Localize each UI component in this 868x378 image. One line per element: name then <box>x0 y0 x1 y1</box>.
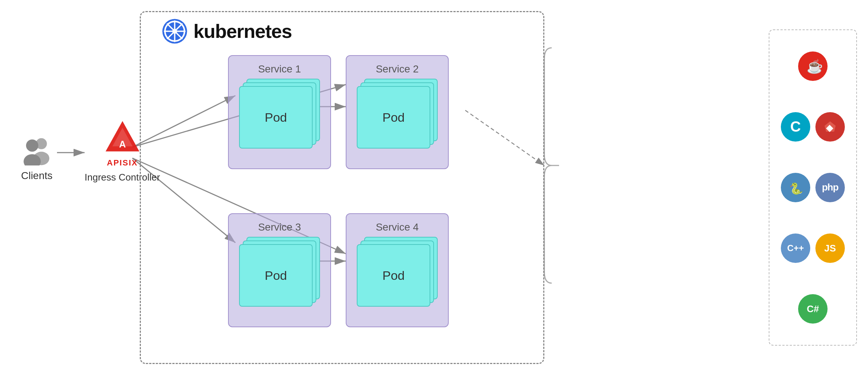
service1-label: Service 1 <box>236 63 323 75</box>
service2-box: Service 2 Pod <box>346 55 449 169</box>
service4-label: Service 4 <box>354 221 441 233</box>
clients-icon <box>18 136 55 165</box>
service3-label: Service 3 <box>236 221 323 233</box>
kubernetes-header: kubernetes <box>162 18 292 44</box>
service3-pod-front: Pod <box>239 244 313 307</box>
python-icon: 🐍 <box>781 173 810 202</box>
js-icon: JS <box>815 233 845 263</box>
clients-label: Clients <box>21 170 53 182</box>
kubernetes-title: kubernetes <box>193 20 292 42</box>
tech-icons-panel: ☕ C ◆ 🐍 php C+ <box>769 29 857 346</box>
service4-box: Service 4 Pod <box>346 213 449 327</box>
svg-text:☕: ☕ <box>807 58 822 74</box>
service1-pod-stack: Pod <box>239 79 320 152</box>
kubernetes-logo-icon <box>162 18 188 44</box>
svg-text:🐍: 🐍 <box>789 182 803 195</box>
service4-pod-front: Pod <box>357 244 430 307</box>
kubernetes-box <box>140 11 544 364</box>
service4-pod-stack: Pod <box>357 237 438 310</box>
diagram-container: Clients A APISIX Ingress Controller <box>0 0 868 378</box>
java-icon: ☕ <box>798 51 828 81</box>
svg-point-13 <box>26 139 38 151</box>
tech-row-java: ☕ <box>798 51 828 81</box>
service3-pod-stack: Pod <box>239 237 320 310</box>
tech-row-csharp: C# <box>798 294 828 324</box>
clients-area: Clients <box>18 136 55 182</box>
svg-point-19 <box>172 29 177 34</box>
service1-pod-front: Pod <box>239 86 313 149</box>
apisix-logo-icon: A <box>102 118 143 158</box>
service2-pod-stack: Pod <box>357 79 438 152</box>
svg-text:◆: ◆ <box>826 123 833 133</box>
csharp-icon: C# <box>798 294 828 324</box>
svg-text:A: A <box>119 139 126 149</box>
service1-box: Service 1 Pod <box>228 55 331 169</box>
apisix-text: APISIX <box>107 158 138 168</box>
tech-row-python-php: 🐍 php <box>781 173 845 202</box>
service2-pod-front: Pod <box>357 86 430 149</box>
service3-box: Service 3 Pod <box>228 213 331 327</box>
tech-row-c-ruby: C ◆ <box>781 112 845 142</box>
ruby-icon: ◆ <box>815 112 845 142</box>
php-icon: php <box>815 173 845 202</box>
cpp-icon: C++ <box>781 233 810 263</box>
tech-row-cpp-js: C++ JS <box>781 233 845 263</box>
service2-label: Service 2 <box>354 63 441 75</box>
c-icon: C <box>781 112 810 142</box>
